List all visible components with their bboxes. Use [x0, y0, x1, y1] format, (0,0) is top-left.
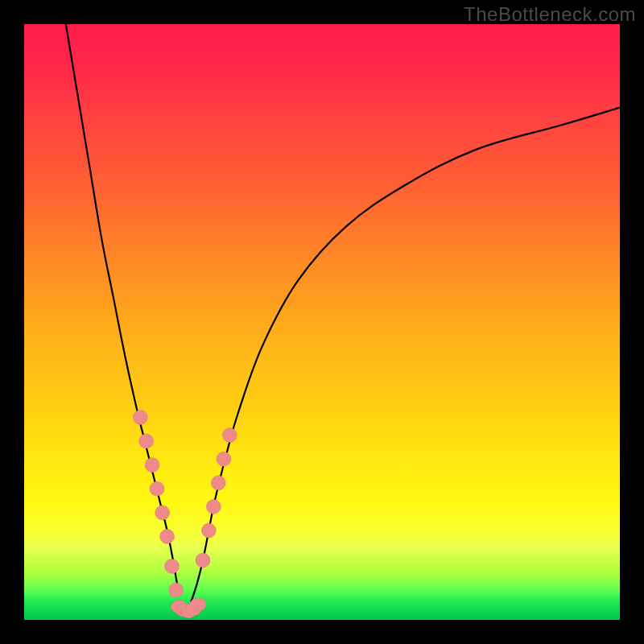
data-dot: [196, 553, 210, 568]
data-dot: [211, 476, 225, 490]
data-dot: [169, 583, 184, 597]
data-dot: [206, 499, 221, 514]
data-dot: [222, 428, 237, 443]
data-dot: [150, 481, 164, 496]
data-dot: [217, 452, 231, 466]
data-dot: [133, 410, 147, 424]
plot-area: [24, 24, 620, 620]
data-dot: [139, 434, 154, 448]
valley-dots: [171, 598, 206, 618]
watermark-text: TheBottleneck.com: [464, 3, 636, 26]
data-dot: [160, 529, 175, 543]
data-dot: [201, 523, 216, 538]
data-dot: [190, 598, 206, 611]
left-branch-dots: [133, 410, 183, 597]
curve-layer: [24, 24, 620, 620]
chart-frame: TheBottleneck.com: [0, 0, 644, 644]
data-dot: [155, 506, 170, 520]
data-dot: [165, 559, 180, 573]
right-curve: [191, 108, 620, 602]
data-dot: [145, 458, 159, 473]
